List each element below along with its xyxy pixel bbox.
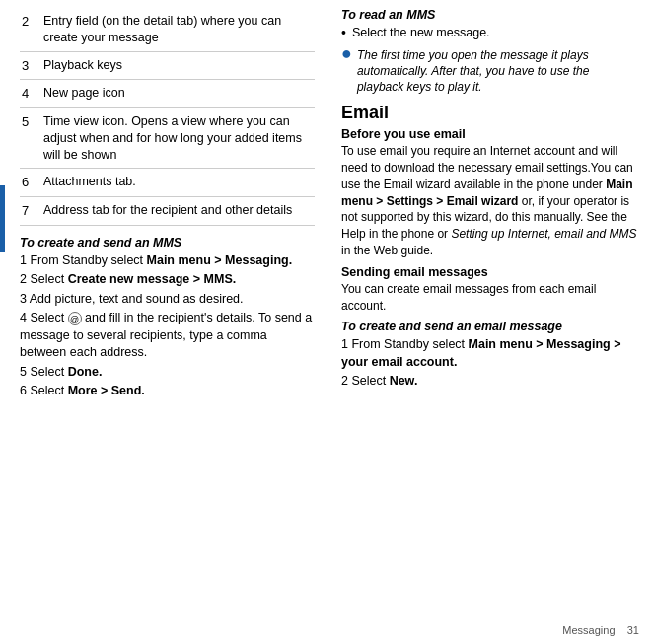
note-text: The first time you open the message it p… — [357, 47, 639, 96]
table-row: 4New page icon — [20, 80, 315, 108]
row-num: 2 — [20, 8, 41, 51]
table-row: 6Attachments tab. — [20, 169, 315, 197]
table-row: 2Entry field (on the detail tab) where y… — [20, 8, 315, 51]
page-footer: Messaging 31 — [562, 624, 639, 636]
row-num: 5 — [20, 107, 41, 169]
create-email-title: To create and send an email message — [341, 320, 639, 333]
email-heading: Email — [341, 103, 639, 123]
create-mms-title: To create and send an MMS — [20, 236, 315, 250]
row-num: 7 — [20, 197, 41, 226]
mms-step: 6 Select More > Send. — [20, 383, 315, 400]
feature-table: 2Entry field (on the detail tab) where y… — [20, 8, 315, 226]
before-use-heading: Before you use email — [341, 127, 639, 141]
mms-step: 3 Add picture, text and sound as desired… — [20, 291, 315, 309]
read-mms-title: To read an MMS — [341, 8, 639, 22]
right-panel: To read an MMS • Select the new message.… — [327, 0, 653, 644]
row-desc: Address tab for the recipient and other … — [41, 197, 315, 226]
read-bullet: • Select the new message. — [341, 25, 639, 43]
table-row: 7Address tab for the recipient and other… — [20, 197, 315, 226]
page-container: 2Entry field (on the detail tab) where y… — [0, 0, 653, 644]
mms-step: 5 Select Done. — [20, 364, 315, 382]
email-step: 2 Select New. — [341, 373, 639, 391]
row-num: 4 — [20, 80, 41, 108]
table-row: 3Playback keys — [20, 51, 315, 80]
table-row: 5Time view icon. Opens a view where you … — [20, 107, 315, 169]
note-box: ● The first time you open the message it… — [341, 47, 639, 96]
row-desc: Entry field (on the detail tab) where yo… — [41, 8, 315, 51]
email-step: 1 From Standby select Main menu > Messag… — [341, 336, 639, 371]
mms-step: 4 Select @ and fill in the recipient's d… — [20, 310, 315, 362]
left-panel: 2Entry field (on the detail tab) where y… — [0, 0, 327, 644]
row-desc: New page icon — [41, 80, 315, 108]
row-desc: Attachments tab. — [41, 169, 315, 197]
row-num: 3 — [20, 51, 41, 80]
mms-step: 2 Select Create new message > MMS. — [20, 271, 315, 289]
note-icon: ● — [341, 44, 352, 62]
sending-text: You can create email messages from each … — [341, 281, 639, 315]
before-use-text: To use email you require an Internet acc… — [341, 143, 639, 259]
row-desc: Playback keys — [41, 51, 315, 80]
create-mms-instructions: To create and send an MMS 1 From Standby… — [20, 236, 315, 400]
row-desc: Time view icon. Opens a view where you c… — [41, 107, 315, 169]
sending-heading: Sending email messages — [341, 265, 639, 279]
blue-bar-indicator — [0, 185, 5, 252]
row-num: 6 — [20, 169, 41, 197]
bullet-icon: • — [341, 24, 346, 43]
address-icon: @ — [68, 312, 82, 325]
mms-step: 1 From Standby select Main menu > Messag… — [20, 252, 315, 270]
